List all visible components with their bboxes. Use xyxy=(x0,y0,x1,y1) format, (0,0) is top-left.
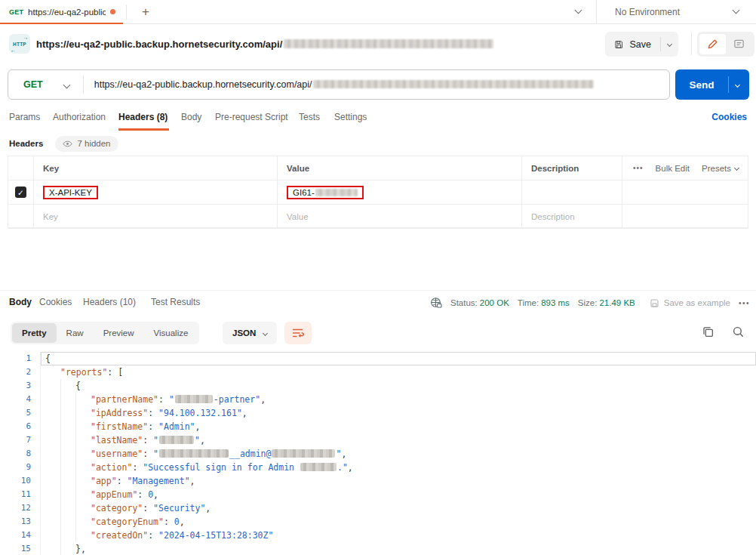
view-mode-preview[interactable]: Preview xyxy=(94,323,144,343)
line-number: 9 xyxy=(0,461,41,474)
hidden-headers-toggle[interactable]: 7 hidden xyxy=(55,136,118,152)
method-chevron-icon xyxy=(63,81,70,88)
eye-icon xyxy=(63,140,72,147)
time-label: Time: xyxy=(518,298,539,307)
send-button-label: Send xyxy=(675,79,728,91)
row-select-cell xyxy=(8,205,34,229)
environment-chevron-icon[interactable] xyxy=(733,7,740,14)
bulk-edit-button[interactable]: Bulk Edit xyxy=(656,164,690,173)
chevron-down-icon[interactable] xyxy=(575,7,582,14)
environment-divider xyxy=(596,0,597,24)
code-line: 7"lastName": "", xyxy=(0,433,756,447)
code-line: 6"firstName": "Admin", xyxy=(0,420,756,433)
comment-icon xyxy=(733,39,745,50)
tab-authorization[interactable]: Authorization xyxy=(53,112,106,122)
response-body-json[interactable]: 1{2"reports": [3{4"partnerName": "-partn… xyxy=(0,346,756,555)
code-content: "action": "Successful sign in for Admin … xyxy=(41,461,756,474)
code-line: 10"app": "Management", xyxy=(0,474,756,488)
save-options-button[interactable] xyxy=(661,42,678,46)
value-cell-empty[interactable]: Value xyxy=(278,205,522,229)
redacted-value-text xyxy=(315,189,358,196)
description-placeholder: Description xyxy=(531,212,575,221)
value-cell[interactable]: GI61- xyxy=(278,180,522,205)
method-select[interactable]: GET xyxy=(8,79,83,90)
new-tab-button[interactable]: + xyxy=(137,3,155,21)
row-checkbox-checked[interactable]: ✓ xyxy=(15,187,26,198)
tab-settings[interactable]: Settings xyxy=(334,112,367,122)
key-cell[interactable]: X-API-KEY xyxy=(34,180,278,205)
redacted-text xyxy=(272,449,335,458)
redacted-title-text xyxy=(284,39,493,48)
row-select-cell: ✓ xyxy=(8,180,34,205)
redacted-url-text xyxy=(313,80,594,88)
code-content: }, xyxy=(41,542,756,555)
tab-headers[interactable]: Headers (8) xyxy=(118,112,167,122)
cookies-link[interactable]: Cookies xyxy=(711,112,747,122)
method-label: GET xyxy=(23,79,43,90)
view-mode-visualize[interactable]: Visualize xyxy=(144,323,198,343)
code-line: 2"reports": [ xyxy=(0,365,756,379)
key-cell-empty[interactable]: Key xyxy=(34,205,278,229)
view-mode-pretty[interactable]: Pretty xyxy=(12,323,57,343)
response-tab-cookies[interactable]: Cookies xyxy=(39,297,72,307)
code-lines: 1{2"reports": [3{4"partnerName": "-partn… xyxy=(0,352,756,555)
status-label: Status: xyxy=(450,298,478,307)
tab-tests[interactable]: Tests xyxy=(299,112,320,122)
copy-icon[interactable] xyxy=(702,325,715,338)
indent-guide xyxy=(75,393,76,542)
tab-body[interactable]: Body xyxy=(181,112,201,122)
format-chevron-icon xyxy=(263,330,268,335)
presets-label: Presets xyxy=(702,164,731,173)
save-as-example-button[interactable]: Save as example xyxy=(650,298,730,308)
line-number: 10 xyxy=(0,474,41,488)
network-globe-lock-icon[interactable] xyxy=(430,297,442,309)
send-button[interactable]: Send xyxy=(675,69,749,100)
tab-divider xyxy=(126,5,127,20)
format-select[interactable]: JSON xyxy=(223,322,277,344)
row-actions-cell xyxy=(622,180,748,205)
comment-button[interactable] xyxy=(726,34,752,54)
tab-params[interactable]: Params xyxy=(9,112,40,122)
code-line: 13"categoryEnum": 0, xyxy=(0,515,756,529)
line-number: 12 xyxy=(0,501,41,515)
indent-guide xyxy=(60,379,61,555)
response-more-options-icon[interactable]: ••• xyxy=(739,299,750,307)
line-number: 4 xyxy=(0,393,41,406)
search-icon[interactable] xyxy=(732,325,745,338)
redacted-text xyxy=(175,395,213,403)
view-mode-raw[interactable]: Raw xyxy=(57,323,94,343)
description-cell-empty[interactable]: Description xyxy=(522,205,622,229)
response-tab-test-results[interactable]: Test Results xyxy=(151,297,200,307)
tab-bar: GET https://eu-qa2-public.b + No Environ… xyxy=(0,0,756,24)
key-column-header: Key xyxy=(34,156,278,180)
save-button[interactable]: Save xyxy=(605,32,678,57)
line-number: 5 xyxy=(0,406,41,420)
send-options-chevron-icon[interactable] xyxy=(735,82,740,87)
request-tabs: Params Authorization Headers (8) Body Pr… xyxy=(0,106,756,131)
description-cell[interactable] xyxy=(522,180,622,205)
request-tab[interactable]: GET https://eu-qa2-public.b xyxy=(0,0,123,23)
edit-mode-button[interactable] xyxy=(699,34,726,54)
presets-chevron-icon xyxy=(734,165,739,171)
value-highlight-box: GI61- xyxy=(287,186,364,199)
url-input[interactable]: https://eu-qa2-public.backup.hornetsecur… xyxy=(94,79,594,90)
presets-button[interactable]: Presets xyxy=(702,164,739,173)
hidden-headers-count: 7 hidden xyxy=(77,139,110,148)
response-tab-body[interactable]: Body xyxy=(9,297,32,307)
status-value: 200 OK xyxy=(480,298,509,307)
response-tab-headers[interactable]: Headers (10) xyxy=(83,297,136,307)
method-url-divider xyxy=(83,76,84,94)
headers-section-title: Headers xyxy=(9,139,43,148)
header-divider xyxy=(691,32,692,55)
redacted-text xyxy=(159,436,194,444)
http-badge-text: HTTP xyxy=(13,42,26,47)
wrap-lines-button[interactable] xyxy=(284,322,312,344)
code-content: "appEnum": 0, xyxy=(41,488,756,501)
pane-divider[interactable] xyxy=(0,290,756,291)
request-title-text: https://eu-qa2-public.backup.hornetsecur… xyxy=(36,39,282,50)
environment-selector[interactable]: No Environment xyxy=(615,7,680,17)
tab-pre-request-script[interactable]: Pre-request Script xyxy=(215,112,288,122)
header-key-text: X-API-KEY xyxy=(49,188,92,197)
more-options-icon[interactable]: ••• xyxy=(633,164,644,172)
code-content: "ipAddress": "94.100.132.161", xyxy=(41,406,756,420)
